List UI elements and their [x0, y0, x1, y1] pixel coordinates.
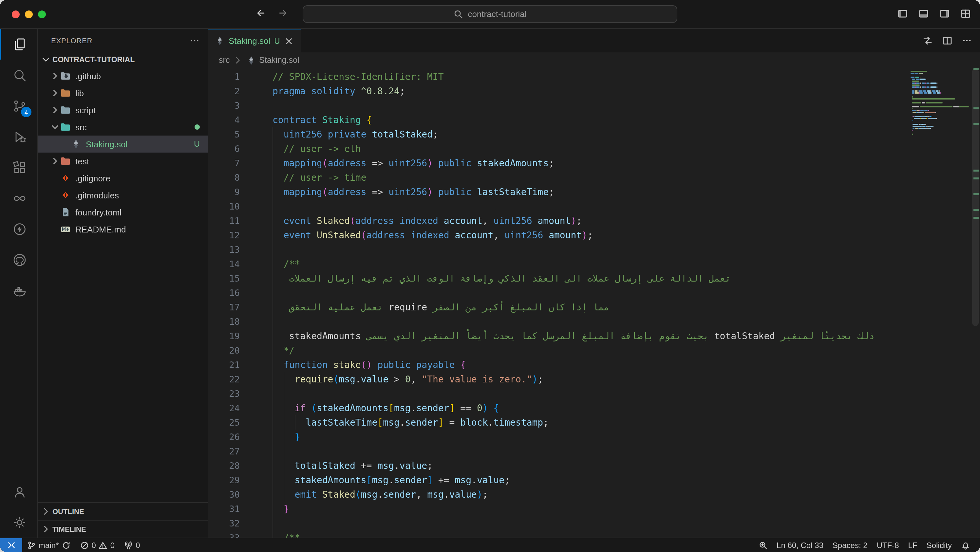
- code-line[interactable]: 19 stakedAmounts بحيث تقوم بإضافة المبلغ…: [208, 329, 908, 343]
- command-center-search[interactable]: contract-tutorial: [303, 5, 677, 23]
- zoom-window-button[interactable]: [38, 11, 46, 18]
- minimize-window-button[interactable]: [25, 11, 33, 18]
- line-number: 5: [208, 127, 240, 141]
- code-line[interactable]: 20 */: [208, 343, 908, 357]
- split-editor-icon[interactable]: [942, 35, 953, 46]
- file-label: test: [75, 156, 89, 166]
- activity-bar-item-source-control[interactable]: 4: [0, 90, 37, 121]
- code-line[interactable]: 3: [208, 98, 908, 113]
- code-line[interactable]: 16: [208, 286, 908, 300]
- tree-item-script[interactable]: script: [38, 102, 208, 119]
- code-line[interactable]: 14 /**: [208, 257, 908, 271]
- tree-item--gitmodules[interactable]: .gitmodules: [38, 187, 208, 204]
- activity-bar-item-run-and-debug[interactable]: [0, 121, 37, 152]
- tree-item-test[interactable]: test: [38, 152, 208, 170]
- code-line[interactable]: 15 تعمل الدالة على إرسال عملات الى العقد…: [208, 271, 908, 286]
- code-line[interactable]: 7 mapping(address => uint256) public sta…: [208, 156, 908, 170]
- more-actions-icon[interactable]: [962, 35, 972, 46]
- close-window-button[interactable]: [12, 11, 20, 18]
- status-item-problems[interactable]: 00: [75, 538, 119, 552]
- scrollbar-slider[interactable]: [972, 68, 979, 327]
- tree-item--github[interactable]: .github: [38, 67, 208, 84]
- remote-indicator[interactable]: [0, 538, 22, 552]
- code-line[interactable]: 1// SPDX-License-Identifier: MIT: [208, 70, 908, 84]
- code-line[interactable]: 9 mapping(address => uint256) public las…: [208, 185, 908, 199]
- code-line[interactable]: 10: [208, 199, 908, 214]
- outline-section[interactable]: OUTLINE: [38, 502, 208, 520]
- status-item-notifications[interactable]: [956, 538, 975, 552]
- code-line[interactable]: 28 totalStaked += msg.value;: [208, 458, 908, 473]
- open-changes-icon[interactable]: [922, 35, 933, 46]
- activity-bar-item-explorer[interactable]: [0, 29, 37, 60]
- status-item-eol[interactable]: LF: [904, 538, 922, 552]
- code-line[interactable]: 27: [208, 444, 908, 458]
- code-line[interactable]: 4contract Staking {: [208, 113, 908, 127]
- code-line[interactable]: 6 // user -> eth: [208, 141, 908, 156]
- customize-layout-icon[interactable]: [960, 8, 971, 19]
- forward-icon[interactable]: [278, 8, 288, 18]
- explorer-more-actions-icon[interactable]: [189, 35, 200, 46]
- code-line[interactable]: 31 }: [208, 501, 908, 516]
- activity-bar-item-manage[interactable]: [0, 507, 37, 538]
- code-line[interactable]: 8 // user -> time: [208, 170, 908, 185]
- code-line[interactable]: 33 /**: [208, 530, 908, 538]
- indent-guide: [272, 458, 273, 473]
- code-editor[interactable]: 1// SPDX-License-Identifier: MIT2pragma …: [208, 68, 980, 538]
- line-number: 14: [208, 257, 240, 271]
- activity-bar-item-extensions[interactable]: [0, 152, 37, 183]
- status-item-encoding[interactable]: UTF-8: [872, 538, 904, 552]
- toggle-panel-icon[interactable]: [918, 8, 929, 19]
- folder-script-icon: [60, 105, 71, 115]
- code-line[interactable]: 5 uint256 private totalStaked;: [208, 127, 908, 141]
- code-line[interactable]: 29 stakedAmounts[msg.sender] += msg.valu…: [208, 473, 908, 487]
- status-item-ports[interactable]: 0: [119, 538, 145, 552]
- timeline-section[interactable]: TIMELINE: [38, 520, 208, 538]
- overview-ruler-mark: [974, 178, 979, 180]
- code-line[interactable]: 17 تعمل عملية التحقق require مما إذا كان…: [208, 300, 908, 314]
- chevron-right-icon: [41, 506, 51, 517]
- toggle-secondary-sidebar-icon[interactable]: [939, 8, 950, 19]
- breadcrumb-file[interactable]: Staking.sol: [259, 56, 299, 65]
- status-item-zoom[interactable]: [754, 538, 772, 552]
- tab-staking-sol[interactable]: Staking.sol U: [208, 29, 302, 52]
- indent-guide: [272, 372, 273, 386]
- tree-item-lib[interactable]: lib: [38, 84, 208, 102]
- code-line[interactable]: 24 if (stakedAmounts[msg.sender] == 0) {: [208, 401, 908, 415]
- vertical-scrollbar[interactable]: [971, 68, 980, 538]
- status-item-language-mode[interactable]: Solidity: [922, 538, 956, 552]
- activity-bar-item-extension-waves[interactable]: [0, 183, 37, 214]
- code-line[interactable]: 25 lastStakeTime[msg.sender] = block.tim…: [208, 415, 908, 430]
- line-number: 24: [208, 401, 240, 415]
- back-icon[interactable]: [256, 8, 266, 18]
- tree-item-readme-md[interactable]: README.md: [38, 220, 208, 238]
- activity-bar-item-docker[interactable]: [0, 275, 37, 306]
- activity-bar-item-github[interactable]: [0, 244, 37, 275]
- code-line[interactable]: 22 require(msg.value > 0, "The value is …: [208, 372, 908, 386]
- status-item-cursor-position[interactable]: Ln 60, Col 33: [772, 538, 828, 552]
- code-line[interactable]: 18: [208, 314, 908, 329]
- tree-item--gitignore[interactable]: .gitignore: [38, 170, 208, 187]
- minimap[interactable]: [908, 68, 971, 538]
- close-tab-icon[interactable]: [284, 36, 294, 46]
- code-line[interactable]: 12 event UnStaked(address indexed accoun…: [208, 228, 908, 242]
- breadcrumb-folder[interactable]: src: [219, 56, 230, 65]
- toggle-primary-sidebar-icon[interactable]: [897, 8, 908, 19]
- workspace-root-folder[interactable]: CONTRACT-TUTORIAL: [38, 52, 208, 67]
- tree-item-staking-sol[interactable]: Staking.solU: [38, 136, 208, 152]
- code-line[interactable]: 2pragma solidity ^0.8.24;: [208, 84, 908, 98]
- activity-bar-item-accounts[interactable]: [0, 476, 37, 507]
- activity-bar-item-search[interactable]: [0, 60, 37, 90]
- code-line[interactable]: 13: [208, 242, 908, 257]
- tree-item-foundry-toml[interactable]: foundry.toml: [38, 204, 208, 220]
- code-line[interactable]: 11 event Staked(address indexed account,…: [208, 214, 908, 228]
- code-line[interactable]: 23: [208, 386, 908, 401]
- code-line[interactable]: 30 emit Staked(msg.sender, msg.value);: [208, 487, 908, 501]
- code-line[interactable]: 21 function stake() public payable {: [208, 357, 908, 372]
- tree-item-src[interactable]: src: [38, 119, 208, 136]
- status-item-git-branch[interactable]: main*: [22, 538, 75, 552]
- status-item-indentation[interactable]: Spaces: 2: [828, 538, 872, 552]
- activity-bar-item-thunder-client[interactable]: [0, 214, 37, 244]
- code-line[interactable]: 32: [208, 516, 908, 530]
- code-line[interactable]: 26 }: [208, 430, 908, 444]
- run-and-debug-icon: [11, 128, 27, 144]
